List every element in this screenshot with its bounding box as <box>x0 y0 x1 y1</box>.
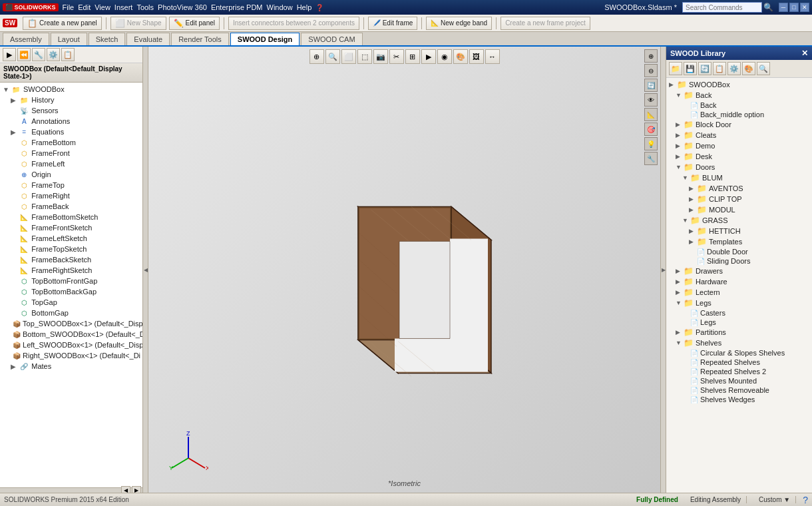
lib-tree-item[interactable]: ▶📁Desk <box>666 151 812 162</box>
tree-item[interactable]: 📦Left_SWOODBox<1> (Default<_Disp <box>0 340 142 350</box>
vp-right-btn-5[interactable]: 📐 <box>644 108 658 121</box>
lib-icon-7[interactable]: 🔍 <box>757 62 770 75</box>
vp-btn-cut[interactable]: ✂ <box>389 49 404 64</box>
lib-tree-item[interactable]: 📄Repeated Shelves 2 <box>666 367 812 376</box>
tree-expand-icon[interactable] <box>11 235 19 242</box>
tree-item[interactable]: ⬡BottomGap <box>0 308 142 318</box>
lib-expand-icon[interactable] <box>682 111 690 118</box>
tree-item[interactable]: AAnnotations <box>0 116 142 126</box>
window-menu[interactable]: Window <box>267 3 293 11</box>
vp-right-btn-1[interactable]: ⊕ <box>644 49 658 63</box>
lib-expand-icon[interactable] <box>682 310 690 316</box>
lib-icon-6[interactable]: 🎨 <box>742 62 755 75</box>
tree-expand-icon[interactable] <box>11 118 19 125</box>
lib-tree-item[interactable]: 📄Sliding Doors <box>666 256 812 266</box>
tree-item[interactable]: 📐FrameRightSketch <box>0 265 142 276</box>
vp-btn-select[interactable]: ⬜ <box>341 49 356 64</box>
tree-expand-icon[interactable] <box>11 224 19 232</box>
lib-icon-1[interactable]: 📁 <box>669 62 682 75</box>
lib-tree-item[interactable]: ▶📁Templates <box>666 236 812 247</box>
tree-item[interactable]: 📐FrameBottomSketch <box>0 212 142 222</box>
maximize-btn[interactable]: □ <box>789 3 799 12</box>
vp-btn-zoom[interactable]: 🔍 <box>325 49 340 64</box>
tree-item[interactable]: ⬡FrameFront <box>0 148 142 158</box>
tree-expand-icon[interactable] <box>11 214 19 221</box>
lib-expand-icon[interactable]: ▼ <box>682 217 690 224</box>
tab-assembly[interactable]: Assembly <box>3 33 49 45</box>
lib-tree-item[interactable]: 📄Shelves Mounted <box>666 376 812 385</box>
lib-expand-icon[interactable] <box>689 248 697 255</box>
tree-item[interactable]: ⬡FrameTop <box>0 180 142 190</box>
lib-tree-item[interactable]: ▶📁Demo <box>666 140 812 151</box>
tree-item[interactable]: ▶📁History <box>0 95 142 105</box>
tree-expand-icon[interactable] <box>11 192 19 200</box>
lib-icon-4[interactable]: 📋 <box>713 62 726 75</box>
lib-expand-icon[interactable]: ▼ <box>676 92 684 99</box>
insert-menu[interactable]: Insert <box>114 3 133 11</box>
tree-expand-icon[interactable] <box>11 139 19 146</box>
view-menu[interactable]: View <box>95 3 110 11</box>
lib-expand-icon[interactable] <box>682 378 690 384</box>
edit-frame-btn[interactable]: 🖊️ Edit frame <box>368 17 417 30</box>
lib-expand-icon[interactable]: ▼ <box>676 164 684 170</box>
new-shape-btn[interactable]: ⬜New Shape <box>110 17 166 30</box>
vp-btn-camera[interactable]: 📷 <box>373 49 388 64</box>
lib-expand-icon[interactable]: ▶ <box>676 132 684 138</box>
tree-item[interactable]: ▶=Equations <box>0 126 142 137</box>
lib-expand-icon[interactable] <box>682 396 690 403</box>
vp-right-btn-4[interactable]: 👁 <box>644 93 658 107</box>
lib-expand-icon[interactable]: ▼ <box>676 300 684 306</box>
lib-expand-icon[interactable] <box>689 258 697 264</box>
tree-item[interactable]: 📐FrameBackSketch <box>0 254 142 265</box>
vp-btn-move[interactable]: ↔ <box>485 49 500 64</box>
tree-item[interactable]: ⬡FrameBack <box>0 201 142 212</box>
lib-expand-icon[interactable]: ▶ <box>689 228 697 234</box>
lib-expand-icon[interactable]: ▶ <box>669 81 677 88</box>
tools-menu[interactable]: Tools <box>136 3 154 11</box>
tab-sketch[interactable]: Sketch <box>89 33 126 45</box>
search-icon[interactable]: 🔍 <box>763 3 773 12</box>
tree-expand-icon[interactable] <box>11 160 19 168</box>
tree-expand-icon[interactable] <box>11 246 19 253</box>
zoom-dropdown-icon[interactable]: ▼ <box>783 496 790 503</box>
tree-expand-icon[interactable]: ▶ <box>11 97 19 104</box>
tree-expand-icon[interactable] <box>11 203 19 210</box>
panel-icon-2[interactable]: ⏪ <box>17 48 31 61</box>
vp-btn-play[interactable]: ▶ <box>421 49 436 64</box>
enterprise-menu[interactable]: Enterprise PDM <box>211 3 263 11</box>
vp-btn-point[interactable]: ◉ <box>437 49 452 64</box>
lib-tree-item[interactable]: 📄Back_middle option <box>666 110 812 119</box>
viewport-3d[interactable]: ⊕ 🔍 ⬜ ⬚ 📷 ✂ ⊞ ▶ ◉ 🎨 🖼 ↔ ⊕ ⊖ 🔄 👁 📐 🎯 💡 🔧 <box>148 47 660 493</box>
tree-expand-icon[interactable] <box>11 310 19 317</box>
panel-collapse-handle[interactable]: ◀ <box>143 47 148 493</box>
tab-render-tools[interactable]: Render Tools <box>171 33 229 45</box>
lib-expand-icon[interactable] <box>682 368 690 375</box>
feature-tree[interactable]: ▼📁SWOODBox ▶📁History 📡Sensors AAnnotatio… <box>0 83 142 487</box>
file-menu[interactable]: File <box>63 3 75 11</box>
vp-right-btn-7[interactable]: 💡 <box>644 137 658 150</box>
lib-tree-item[interactable]: ▶📁HETTICH <box>666 226 812 236</box>
create-frame-project-btn[interactable]: Create a new frame project <box>501 17 590 30</box>
tree-item[interactable]: ▼📁SWOODBox <box>0 84 142 95</box>
lib-expand-icon[interactable]: ▶ <box>676 121 684 128</box>
tree-item[interactable]: 📡Sensors <box>0 105 142 116</box>
library-tree[interactable]: ▶📁SWOODBox▼📁Back 📄Back 📄Back_middle opti… <box>666 78 812 493</box>
lib-expand-icon[interactable] <box>682 102 690 109</box>
vp-right-btn-2[interactable]: ⊖ <box>644 64 658 77</box>
vp-btn-grid[interactable]: ⊞ <box>405 49 420 64</box>
lib-tree-item[interactable]: ▼📁Legs <box>666 298 812 308</box>
photoview-menu[interactable]: PhotoView 360 <box>158 3 207 11</box>
lib-expand-icon[interactable]: ▼ <box>682 174 690 181</box>
lib-tree-item[interactable]: 📄Repeated Shelves <box>666 358 812 367</box>
tree-expand-icon[interactable]: ▶ <box>11 363 19 370</box>
tab-swood-design[interactable]: SWOOD Design <box>230 33 300 45</box>
help-menu[interactable]: Help <box>297 3 312 11</box>
lib-tree-item[interactable]: ▶📁Lectern <box>666 287 812 298</box>
tree-item[interactable]: 📐FrameTopSketch <box>0 244 142 254</box>
tree-item[interactable]: ⬡TopBottomFrontGap <box>0 276 142 286</box>
search-input[interactable] <box>682 2 762 13</box>
tree-item[interactable]: 📦Top_SWOODBox<1> (Default<_Disp <box>0 318 142 329</box>
lib-expand-icon[interactable]: ▶ <box>676 268 684 274</box>
panel-icon-1[interactable]: ▶ <box>3 48 16 61</box>
lib-expand-icon[interactable]: ▶ <box>689 185 697 192</box>
